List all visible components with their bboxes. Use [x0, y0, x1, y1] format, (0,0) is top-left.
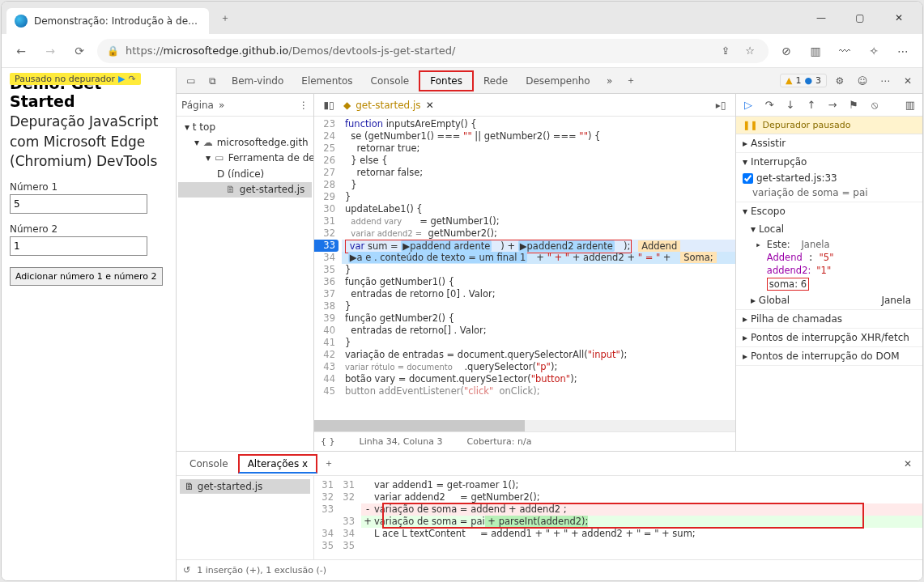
revert-icon[interactable]: ↺ — [183, 565, 190, 576]
line-34: ▶a e . conteúdo de texto = um final 1 + … — [342, 252, 735, 264]
step-over-icon[interactable]: ↷ — [760, 96, 778, 114]
tree-index[interactable]: D (índice) — [178, 167, 312, 182]
menu-icon[interactable]: ⋯ — [892, 40, 914, 62]
diff-deleted: -variação de soma = addend + addend2 ; — [361, 503, 922, 516]
edge-favicon — [15, 15, 28, 28]
url-box[interactable]: 🔒 https://microsoftedge.github.io/Demos/… — [97, 39, 769, 63]
resume-icon[interactable]: ▷ — [739, 96, 757, 114]
tree-top[interactable]: ▾ t top — [178, 120, 312, 135]
performance-icon[interactable]: 〰 — [833, 40, 856, 62]
line-33: var sum = ▶paddend ardente ) + ▶paddend2… — [342, 240, 735, 252]
devtools: ▭ ⧉ Bem-vindo Elementos Console Fontes R… — [176, 68, 922, 580]
lock-icon: 🔒 — [107, 45, 119, 57]
h-scrollbar[interactable] — [314, 420, 735, 431]
bp-checkbox[interactable] — [743, 173, 753, 184]
input-num1[interactable] — [10, 194, 147, 214]
watch-section[interactable]: ▸ Assistir — [736, 134, 922, 152]
line-gutter: 23242526272829303132 33 3435363738394041… — [314, 117, 339, 397]
add-button[interactable]: Adicionar número 1 e número 2 — [10, 267, 163, 286]
format-icon[interactable]: { } — [321, 436, 335, 447]
new-tab-button[interactable]: ＋ — [214, 6, 236, 29]
nav-more-icon[interactable]: » — [219, 100, 224, 111]
step-into-icon[interactable]: ↓ — [781, 96, 799, 114]
forward-button[interactable]: → — [39, 40, 62, 62]
diff-line: L ace L textContent = addend1 + " + " + … — [361, 528, 922, 540]
page-tab[interactable]: Página — [181, 100, 214, 111]
callstack-section[interactable]: ▸ Pilha de chamadas — [736, 310, 922, 328]
dom-bp-section[interactable]: ▸ Pontos de interrupção do DOM — [736, 347, 922, 365]
collections-icon[interactable]: ▥ — [804, 40, 827, 62]
refresh-button[interactable]: ⟳ — [68, 40, 91, 62]
close-devtools-icon[interactable]: ✕ — [898, 71, 918, 91]
scope-addend: Addend : "5" — [736, 251, 922, 264]
share-icon[interactable]: ⇪ — [717, 42, 735, 60]
navigator-pane: Página » ⋮ ▾ t top ▾ ☁ microsoftedge.git… — [177, 94, 314, 451]
drawer-tab-changes[interactable]: Alterações x — [238, 454, 317, 474]
tab-title: Demonstração: Introdução à depuração k — [34, 15, 201, 27]
paused-banner: ❚❚Depurador pausado — [736, 117, 922, 134]
step-out-icon[interactable]: ↑ — [803, 96, 820, 114]
maximize-button[interactable]: ▢ — [841, 5, 879, 31]
tab-network[interactable]: Rede — [475, 70, 516, 91]
drawer-tab-console[interactable]: Console — [181, 455, 236, 473]
xhr-bp-section[interactable]: ▸ Pontos de interrupção XHR/fetch — [736, 329, 922, 346]
pause-exc-icon[interactable]: ⦸ — [866, 96, 884, 114]
step-icon[interactable]: → — [824, 96, 841, 114]
input-num2[interactable] — [10, 236, 147, 256]
issues-pill[interactable]: ▲1●3 — [780, 74, 827, 87]
more-dbg-icon[interactable]: ▥ — [901, 96, 919, 114]
changes-file-list: 🗎 get-started.js — [177, 476, 314, 559]
tab-performance[interactable]: Desempenho — [517, 70, 598, 91]
drawer-close-icon[interactable]: ✕ — [898, 454, 918, 474]
titlebar: Demonstração: Introdução à depuração k ＋… — [2, 2, 922, 34]
diff-line — [361, 540, 922, 552]
device-icon[interactable]: ⧉ — [202, 71, 222, 91]
more-tabs-icon[interactable]: » — [600, 71, 620, 91]
editor-status: { } Linha 34, Coluna 3 Cobertura: n/a — [314, 431, 735, 451]
inspect-icon[interactable]: ▭ — [181, 71, 201, 91]
tree-file-selected[interactable]: 🗎 get-started.js — [178, 182, 312, 198]
drawer-add-tab-icon[interactable]: ＋ — [319, 454, 339, 474]
settings-icon[interactable]: ⚙ — [830, 71, 849, 91]
browser-tab[interactable]: Demonstração: Introdução à depuração k — [6, 8, 209, 34]
minimize-button[interactable]: — — [803, 5, 840, 31]
tab-sources[interactable]: Fontes — [419, 70, 474, 91]
address-bar: ← → ⟳ 🔒 https://microsoftedge.github.io/… — [2, 34, 922, 68]
tree-folder[interactable]: ▾ ▭ Ferramenta de desenvolvimento — [178, 151, 312, 166]
bp-condition: variação de soma = pai — [736, 185, 922, 202]
breakpoints-section[interactable]: ▾ Interrupção — [736, 153, 922, 171]
nav-menu-icon[interactable]: ⋮ — [299, 100, 309, 111]
label-num1: Número 1 — [10, 181, 168, 193]
tree-domain[interactable]: ▾ ☁ microsoftedge.gith — [178, 135, 312, 151]
tab-console[interactable]: Console — [363, 70, 418, 91]
scope-soma: soma: 6 — [736, 277, 922, 291]
extensions-icon[interactable]: ✧ — [862, 40, 885, 62]
add-tab-icon[interactable]: ＋ — [621, 71, 641, 91]
tab-elements[interactable]: Elementos — [293, 70, 360, 91]
tracking-icon[interactable]: ⊘ — [775, 40, 798, 62]
play-icon[interactable]: ▶ — [118, 74, 125, 84]
more-icon[interactable]: ⋯ — [875, 71, 895, 91]
back-button[interactable]: ← — [10, 40, 32, 62]
scope-global[interactable]: ▸ GlobalJanela — [736, 291, 922, 309]
close-file-icon[interactable]: ✕ — [426, 100, 434, 111]
editor-pane: ▮▯ ◆ get-started.js ✕ ▸▯ 232425262728293… — [314, 94, 736, 451]
scope-local[interactable]: ▾ Local — [736, 220, 922, 238]
breakpoint-item[interactable]: get-started.js:33 — [736, 171, 922, 185]
editor-file-tab[interactable]: get-started.js — [356, 100, 420, 111]
modified-icon: ◆ — [343, 100, 351, 111]
deactivate-bp-icon[interactable]: ⚑ — [845, 96, 862, 114]
diff-view[interactable]: 31313232333334343535 var addend1 = get-r… — [314, 476, 922, 559]
step-icon[interactable]: ↷ — [128, 74, 135, 84]
editor-more-icon[interactable]: ▸▯ — [711, 96, 730, 115]
close-button[interactable]: ✕ — [880, 5, 918, 31]
changes-file[interactable]: 🗎 get-started.js — [180, 479, 310, 494]
scope-section[interactable]: ▾ Escopo — [736, 202, 922, 220]
tab-welcome[interactable]: Bem-vindo — [224, 70, 292, 91]
source-code[interactable]: 23242526272829303132 33 3435363738394041… — [314, 117, 735, 420]
devtools-toolbar: ▭ ⧉ Bem-vindo Elementos Console Fontes R… — [177, 68, 922, 94]
sidebar-toggle-icon[interactable]: ▮▯ — [319, 96, 339, 115]
feedback-icon[interactable]: ☺ — [853, 71, 872, 91]
favorite-icon[interactable]: ☆ — [741, 42, 759, 60]
scope-this[interactable]: ▸ Este: Janela — [736, 238, 922, 251]
